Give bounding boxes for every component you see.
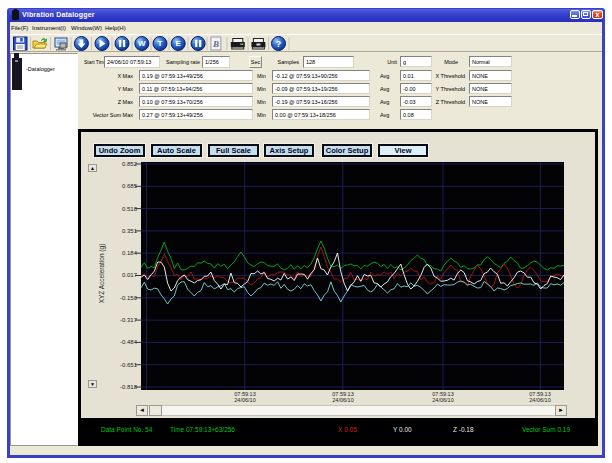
svg-text:T: T: [158, 39, 163, 48]
svg-text:B: B: [212, 39, 219, 49]
svg-text:?: ?: [276, 39, 282, 49]
svg-text:E: E: [176, 39, 182, 48]
svg-text:W: W: [138, 39, 146, 48]
